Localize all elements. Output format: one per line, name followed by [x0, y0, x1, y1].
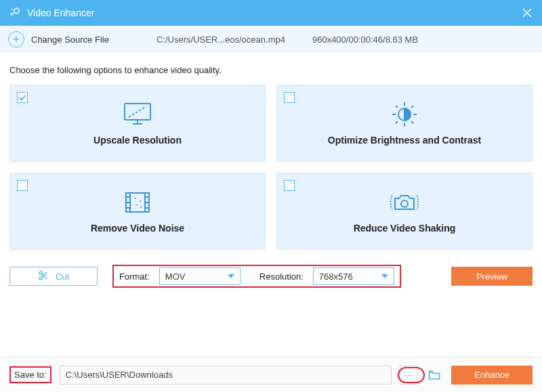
- svg-line-15: [411, 121, 413, 123]
- svg-point-0: [14, 8, 20, 14]
- format-label: Format:: [119, 271, 150, 282]
- svg-point-30: [140, 206, 142, 208]
- svg-point-31: [401, 200, 408, 207]
- cut-label: Cut: [56, 271, 69, 282]
- format-resolution-group: Format: MOV Resolution: 768x576: [112, 265, 401, 288]
- source-meta: 960x400/00:00:46/8.63 MB: [312, 35, 418, 45]
- scissors-icon: [38, 270, 49, 283]
- svg-point-29: [136, 204, 138, 206]
- app-title: Video Enhancer: [27, 7, 522, 18]
- option-label: Remove Video Noise: [91, 223, 184, 234]
- monitor-icon: [121, 101, 154, 128]
- format-select[interactable]: MOV: [159, 267, 241, 285]
- chevron-down-icon: [381, 274, 388, 278]
- option-reduce-shaking[interactable]: Reduce Video Shaking: [276, 173, 533, 250]
- add-source-icon[interactable]: +: [8, 31, 24, 47]
- checkbox-icon[interactable]: [17, 92, 28, 103]
- svg-line-17: [396, 121, 398, 123]
- controls-row: Cut Format: MOV Resolution: 768x576 Prev…: [0, 250, 542, 288]
- browse-button[interactable]: ···: [400, 366, 417, 385]
- option-brightness-contrast[interactable]: Optimize Brightness and Contrast: [276, 85, 533, 162]
- checkbox-icon[interactable]: [17, 180, 28, 191]
- resolution-value: 768x576: [319, 271, 353, 282]
- app-icon: [9, 7, 22, 19]
- preview-button[interactable]: Preview: [451, 267, 533, 286]
- svg-point-27: [135, 198, 136, 199]
- enhancement-options: Upscale Resolution Optimize Brightness a…: [0, 85, 542, 250]
- svg-line-6: [129, 106, 146, 117]
- save-path-field[interactable]: C:\Users\USER\Downloads: [60, 366, 392, 385]
- svg-point-28: [140, 200, 141, 202]
- svg-point-33: [39, 277, 42, 280]
- source-path: C:/Users/USER...eos/ocean.mp4: [157, 35, 285, 45]
- checkbox-icon[interactable]: [284, 92, 295, 103]
- chevron-down-icon: [228, 274, 234, 278]
- enhance-label: Enhance: [474, 370, 509, 380]
- camera-shake-icon: [385, 189, 423, 216]
- svg-rect-5: [125, 104, 150, 120]
- format-value: MOV: [165, 271, 186, 282]
- cut-button[interactable]: Cut: [9, 267, 98, 286]
- change-source-button[interactable]: Change Source File: [31, 35, 109, 45]
- option-upscale-resolution[interactable]: Upscale Resolution: [9, 85, 266, 162]
- svg-point-2: [10, 13, 12, 14]
- instruction-text: Choose the following options to enhance …: [0, 53, 542, 85]
- save-path-value: C:\Users\USER\Downloads: [66, 370, 173, 380]
- svg-point-1: [12, 9, 13, 10]
- svg-point-32: [39, 271, 42, 274]
- open-folder-button[interactable]: [425, 366, 443, 385]
- resolution-select[interactable]: 768x576: [313, 267, 394, 285]
- option-remove-noise[interactable]: Remove Video Noise: [9, 173, 266, 250]
- option-label: Reduce Video Shaking: [354, 223, 456, 234]
- source-bar: + Change Source File C:/Users/USER...eos…: [0, 26, 542, 53]
- enhance-button[interactable]: Enhance: [451, 366, 533, 385]
- svg-line-16: [411, 106, 413, 108]
- resolution-label: Resolution:: [259, 271, 304, 282]
- brightness-icon: [388, 101, 421, 128]
- film-icon: [121, 189, 154, 216]
- option-label: Optimize Brightness and Contrast: [328, 135, 481, 146]
- option-label: Upscale Resolution: [93, 135, 182, 146]
- close-icon[interactable]: [522, 7, 533, 18]
- save-to-label: Save to:: [9, 366, 51, 383]
- folder-icon: [428, 368, 441, 382]
- titlebar: Video Enhancer: [0, 0, 542, 26]
- bottom-bar: Save to: C:\Users\USER\Downloads ··· Enh…: [0, 357, 542, 392]
- svg-line-14: [396, 106, 398, 108]
- preview-label: Preview: [476, 271, 507, 282]
- ellipsis-icon: ···: [404, 370, 413, 380]
- checkbox-icon[interactable]: [284, 180, 295, 191]
